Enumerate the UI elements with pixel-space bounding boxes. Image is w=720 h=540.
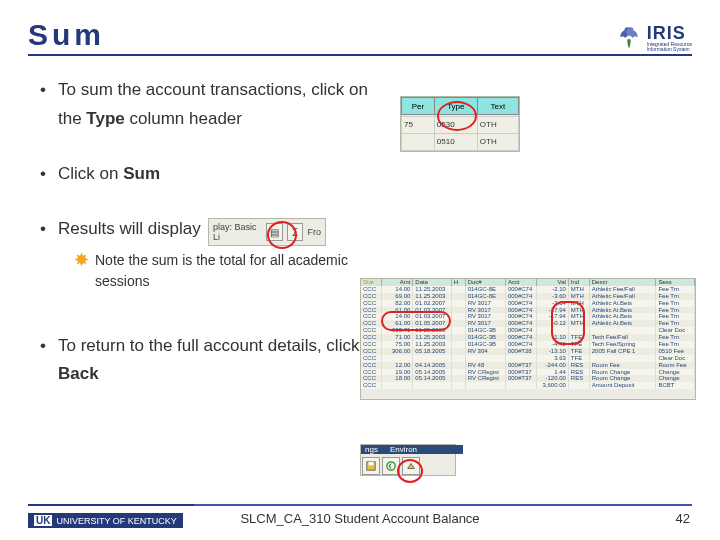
grid-row: CCC3,600.00Amount DepositBCBT: [361, 382, 695, 389]
note-text: Note the sum is the total for all academ…: [95, 250, 368, 292]
menu-item[interactable]: Environ: [390, 445, 417, 454]
grid-row: CCC12.0004.14.2005RV 48000#T37-244.00RES…: [361, 362, 695, 369]
save-icon[interactable]: [362, 457, 380, 475]
highlight-circle-icon: [381, 311, 451, 331]
grid-row: CCC14.0011.25.2003014GC-8E000#C74-2.10MT…: [361, 286, 695, 293]
footer-title: SLCM_CA_310 Student Account Balance: [0, 511, 720, 526]
highlight-circle-icon: [397, 459, 423, 483]
grid-header: Stat Amt Date H Doc# Acct Val Ind Descr …: [361, 279, 695, 286]
bullet-1-text-c: column header: [125, 109, 242, 128]
bullet-4-bold: Back: [58, 364, 99, 383]
page-title: Sum: [28, 18, 105, 52]
menu-bar: ngs Environ: [361, 445, 463, 454]
bullet-4-text-a: To return to the full account details, c…: [58, 336, 359, 355]
svg-rect-1: [369, 462, 374, 465]
col-text[interactable]: Text: [477, 98, 518, 115]
bullet-2: Click on Sum: [44, 160, 692, 189]
bullet-3-text: Results will display: [58, 219, 201, 238]
bullet-1: To sum the account transactions, click o…: [44, 76, 388, 134]
menu-item[interactable]: ngs: [365, 445, 378, 454]
screenshot-back-toolbar: ngs Environ: [360, 444, 456, 476]
svg-point-2: [387, 462, 395, 470]
grid-row: CCC75.0011.25.2003014GC-3B000#C74-4.40TF…: [361, 341, 695, 348]
iris-flower-icon: [615, 24, 643, 52]
page-number: 42: [676, 511, 690, 526]
screenshot-sum-toolbar: play: Basic Li ▤ Σ Fro: [208, 218, 326, 246]
highlight-circle-icon: [267, 221, 297, 249]
iris-logo-text: IRIS: [647, 24, 692, 42]
note-row: ✸ Note the sum is the total for all acad…: [74, 250, 368, 292]
bullet-4: To return to the full account details, c…: [44, 332, 368, 390]
grid-row: CCC82.0001.02.2007RV 3017000#C74-2.84MTH…: [361, 300, 695, 307]
star-icon: ✸: [74, 251, 89, 269]
grid-row: CCC69.0011.25.2003014GC-8E000#C74-3.60MT…: [361, 293, 695, 300]
grid-row: CCC18.0005.14.2005RV CRegist000#T37-120.…: [361, 375, 695, 382]
title-row: Sum IRIS Integrated Resource Information…: [28, 18, 692, 56]
toolbar-label-left: play: Basic Li: [213, 222, 262, 242]
highlight-circle-icon: [437, 101, 477, 131]
iris-logo-sub2: Information System: [647, 47, 692, 52]
iris-logo: IRIS Integrated Resource Information Sys…: [615, 24, 692, 52]
col-per[interactable]: Per: [402, 98, 435, 115]
grid-row: CCC71.0011.25.2003014GC-3B000#C74-1.10TF…: [361, 334, 695, 341]
bullet-2-bold: Sum: [123, 164, 160, 183]
footer-divider: [28, 504, 692, 506]
highlight-circle-icon: [551, 301, 585, 345]
grid-row: CCC306.0005.18.2005RV 304000#T28-13.10TF…: [361, 348, 695, 355]
grid-row: CCC3.63TFEClear Doc: [361, 355, 695, 362]
screenshot-type-header: Per Type Text 750530OTH 0510OTH: [400, 96, 520, 152]
toolbar-label-right: Fro: [307, 227, 321, 237]
screenshot-results-grid: Stat Amt Date H Doc# Acct Val Ind Descr …: [360, 278, 696, 400]
bullet-2-text-a: Click on: [58, 164, 123, 183]
grid-row: CCC19.0005.14.2005RV CRegist000#T371.44R…: [361, 369, 695, 376]
bullet-1-bold: Type: [86, 109, 124, 128]
